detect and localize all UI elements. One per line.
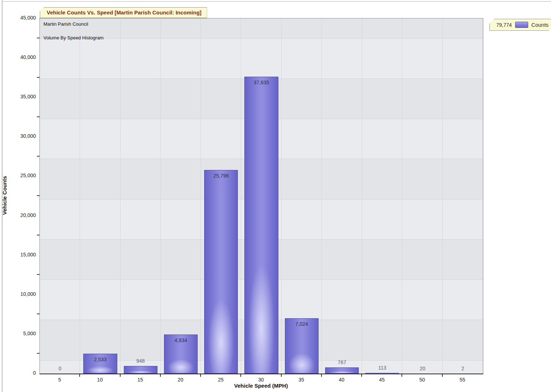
x-axis-tick: [240, 374, 241, 377]
x-axis-tick: [79, 374, 80, 377]
x-axis-tick: [442, 374, 443, 377]
y-axis-tick: [37, 235, 39, 235]
window-top-edge: [2, 1, 551, 2]
bar-value-label: 113: [362, 365, 402, 371]
y-tick-label: 20,000: [0, 212, 36, 218]
bar-15mph[interactable]: [124, 366, 157, 374]
x-axis-tick: [200, 374, 201, 377]
y-tick-label: 30,000: [0, 133, 36, 139]
plot-annotation-subtitle: Volume By Speed Histogram: [43, 35, 104, 41]
y-tick-label: 25,000: [0, 172, 36, 178]
bar-value-label: 767: [322, 359, 362, 365]
y-axis-tick: [37, 353, 39, 354]
legend-series-label: Counts: [531, 22, 549, 28]
x-tick-label: 45: [362, 377, 402, 383]
chart-title: Vehicle Counts Vs. Speed [Martin Parish …: [47, 9, 202, 16]
x-axis-tick: [401, 374, 402, 377]
y-tick-label: 45,000: [0, 15, 36, 21]
y-axis-tick: [37, 195, 39, 196]
x-tick-label: 40: [321, 377, 362, 383]
y-axis-tick: [37, 314, 39, 314]
x-tick-label: 25: [201, 377, 241, 383]
x-axis-tick: [321, 374, 322, 377]
x-tick-label: 10: [80, 377, 120, 383]
bar-30mph[interactable]: [244, 77, 278, 374]
x-axis-tick: [120, 374, 121, 377]
y-axis-tick: [37, 77, 39, 78]
y-tick-label: 40,000: [0, 54, 36, 60]
plot-annotation-site: Martin Parish Council: [43, 21, 88, 27]
bar-value-label: 0: [40, 366, 80, 371]
bar-20mph[interactable]: [164, 335, 198, 374]
bar-25mph[interactable]: [204, 170, 238, 374]
y-axis-tick: [37, 116, 39, 117]
x-tick-label: 30: [241, 377, 281, 383]
bar-value-label: 2: [443, 366, 483, 371]
x-tick-label: 50: [402, 377, 442, 383]
legend-total-value: 79,774: [496, 22, 512, 28]
bar-value-label: 20: [402, 366, 442, 371]
bar-40mph[interactable]: [325, 367, 359, 374]
y-tick-label: 35,000: [0, 94, 36, 99]
bar-35mph[interactable]: [285, 318, 319, 374]
legend-tab[interactable]: 79,774 Counts: [489, 19, 551, 31]
chart-window: Vehicle Counts Martin Parish Council Vol…: [0, 0, 551, 392]
x-tick-label: 5: [39, 377, 80, 383]
x-tick-label: 55: [442, 377, 483, 383]
y-tick-label: 15,000: [0, 252, 36, 257]
x-axis-title: Vehicle Speed (MPH): [39, 383, 483, 389]
legend-color-swatch-icon: [515, 22, 528, 28]
y-tick-label: 10,000: [0, 291, 36, 297]
x-axis-tick: [361, 374, 362, 377]
bar-value-label: 948: [121, 358, 161, 364]
x-tick-label: 15: [120, 377, 160, 383]
y-axis-tick: [37, 156, 39, 157]
x-axis-tick: [281, 374, 282, 377]
y-axis-tick: [37, 274, 39, 275]
y-axis-tick: [37, 38, 39, 38]
plot-area: Martin Parish Council Volume By Speed Hi…: [39, 18, 483, 374]
y-tick-label: 0: [0, 370, 36, 376]
y-tick-label: 5,000: [0, 331, 36, 336]
y-axis-title: Vehicle Counts: [1, 102, 8, 290]
bar-10mph[interactable]: [83, 354, 117, 374]
bar-45mph[interactable]: [365, 373, 399, 374]
x-tick-label: 35: [281, 377, 321, 383]
chart-title-tab[interactable]: Vehicle Counts Vs. Speed [Martin Parish …: [40, 7, 207, 18]
x-tick-label: 20: [160, 377, 201, 383]
x-axis-tick: [160, 374, 161, 377]
